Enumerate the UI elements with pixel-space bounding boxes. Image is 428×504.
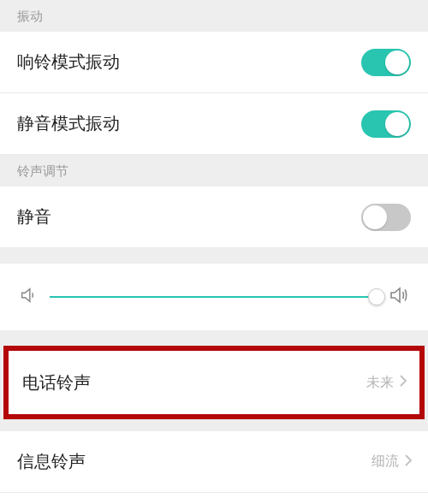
message-ringtone-value: 细流 <box>372 453 399 471</box>
volume-slider-thumb[interactable] <box>368 288 385 305</box>
toggle-knob <box>385 112 409 136</box>
phone-ringtone-label: 电话铃声 <box>22 371 91 394</box>
mute-toggle[interactable] <box>361 204 411 231</box>
nav-right: 未来 <box>366 374 407 392</box>
ring-vibrate-label: 响铃模式振动 <box>17 50 120 74</box>
row-message-ringtone[interactable]: 信息铃声 细流 <box>0 431 428 493</box>
volume-low-icon <box>19 286 38 308</box>
ring-vibrate-toggle[interactable] <box>361 49 411 76</box>
row-calendar-reminder[interactable]: 日历提醒 拨动 <box>0 493 428 504</box>
toggle-knob <box>385 50 409 74</box>
message-ringtone-label: 信息铃声 <box>17 450 86 473</box>
gap <box>0 330 428 346</box>
silent-vibrate-toggle[interactable] <box>361 110 411 138</box>
highlight-phone-ringtone: 电话铃声 未来 <box>3 346 425 419</box>
volume-slider[interactable] <box>50 296 377 298</box>
row-silent-vibrate[interactable]: 静音模式振动 <box>0 93 428 155</box>
section-header-tone-adjust: 铃声调节 <box>0 155 428 187</box>
volume-slider-row <box>0 264 428 330</box>
gap <box>0 248 428 264</box>
phone-ringtone-value: 未来 <box>366 374 394 392</box>
mute-label: 静音 <box>17 205 51 228</box>
row-mute[interactable]: 静音 <box>0 187 428 248</box>
row-phone-ringtone[interactable]: 电话铃声 未来 <box>9 351 419 414</box>
chevron-right-icon <box>404 454 413 471</box>
volume-high-icon <box>389 285 409 309</box>
section-header-vibration: 振动 <box>0 0 428 32</box>
silent-vibrate-label: 静音模式振动 <box>17 112 120 135</box>
toggle-knob <box>363 205 387 229</box>
row-ring-vibrate[interactable]: 响铃模式振动 <box>0 32 428 93</box>
nav-right: 细流 <box>372 453 413 471</box>
chevron-right-icon <box>399 374 407 391</box>
